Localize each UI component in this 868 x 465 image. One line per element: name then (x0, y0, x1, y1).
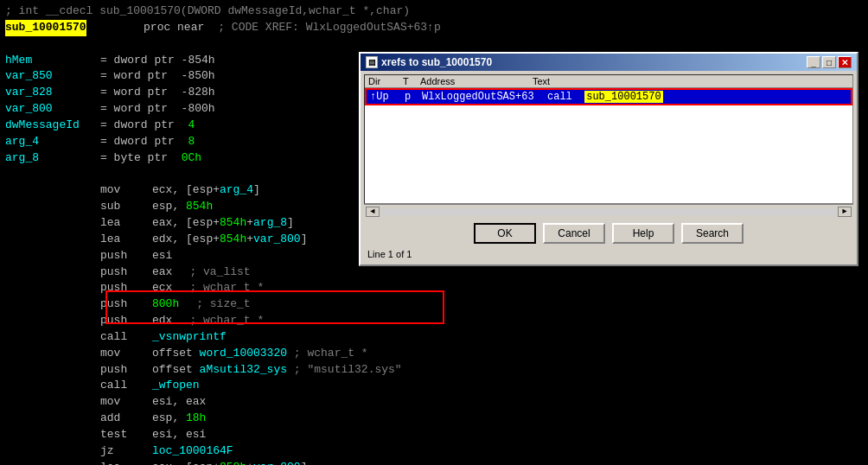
xref-cell-dir-0: ↑Up (370, 91, 405, 103)
instr-call-wfopen: call _wfopen (5, 378, 863, 394)
instr-mov-word: mov offset word_10003320 ; wchar_t * (5, 346, 863, 362)
local-def-arg4: = dword ptr 8 (100, 134, 195, 150)
col-header-address: Address (420, 76, 533, 86)
minimize-button[interactable]: _ (807, 56, 820, 68)
local-def-arg8: = byte ptr 0Ch (100, 150, 201, 167)
local-name-arg4: arg_4 (5, 134, 100, 150)
dialog-icon: ▤ (366, 56, 378, 68)
local-name-var800: var_800 (5, 101, 100, 118)
fn-proc: proc near (90, 20, 205, 36)
cancel-button[interactable]: Cancel (543, 223, 605, 244)
xref-cell-type-0: p (405, 91, 422, 103)
local-def-dwmsg: = dword ptr 4 (100, 118, 195, 134)
instr-push-800h: push 800h ; size_t (5, 296, 863, 313)
xref-cell-addr-0: WlxLoggedOutSAS+63 (422, 91, 547, 103)
scroll-left-btn[interactable]: ◄ (366, 207, 380, 217)
instr-args: ecx, [esp+arg_4] (152, 182, 260, 199)
fn-name: sub_10001570 (5, 20, 86, 36)
col-header-dir: Dir (368, 76, 403, 86)
xref-table-header: Dir T Address Text (365, 75, 852, 88)
xref-highlight-fn: sub_10001570 (584, 91, 662, 103)
dialog-title-area: ▤ xrefs to sub_10001570 (366, 56, 492, 68)
instr-lea-eax-858: lea eax, [esp+858h+var_800] (5, 460, 863, 465)
local-name-var850: var_850 (5, 68, 100, 85)
dialog-buttons-row: OK Cancel Help Search (364, 223, 853, 244)
dialog-title-text: xrefs to sub_10001570 (381, 56, 492, 68)
instr-op: mov (100, 182, 152, 199)
xref-hscrollbar[interactable]: ◄ ► (364, 204, 853, 218)
xref-row-0[interactable]: ↑Up p WlxLoggedOutSAS+63 call sub_100015… (365, 88, 852, 105)
local-name-dwmsg: dwMessageId (5, 118, 100, 134)
local-def-var828: = word ptr -828h (100, 85, 215, 101)
instr-test-esi: test esi, esi (5, 427, 863, 443)
xref-table: Dir T Address Text ↑Up p WlxLoggedOutSAS… (364, 74, 853, 204)
instr-mov-esi-eax: mov esi, eax (5, 394, 863, 411)
xref-dialog: ▤ xrefs to sub_10001570 _ □ ✕ Dir T Addr… (359, 52, 858, 266)
dialog-window-controls: _ □ ✕ (807, 56, 852, 68)
fn-xref: ; CODE XREF: WlxLoggedOutSAS+63↑p (218, 20, 440, 36)
local-def-var850: = word ptr -850h (100, 68, 215, 85)
ide-window: ; int __cdecl sub_10001570(DWORD dwMessa… (0, 0, 868, 465)
search-button[interactable]: Search (681, 223, 744, 244)
fn-header-line: sub_10001570 proc near ; CODE XREF: WlxL… (5, 20, 863, 36)
dialog-body: Dir T Address Text ↑Up p WlxLoggedOutSAS… (361, 71, 857, 264)
instr-push-edx: push edx ; wchar_t * (5, 313, 863, 329)
instr-add-esp-18h: add esp, 18h (5, 411, 863, 427)
col-header-text: Text (533, 76, 849, 86)
instr-push-eax: push eax ; va_list (5, 264, 863, 281)
blank-line-1 (5, 36, 863, 53)
instr-jz: jz loc_1000164F (5, 443, 863, 460)
xref-cell-text-0: call sub_10001570 (547, 91, 847, 103)
help-button[interactable]: Help (612, 223, 674, 244)
restore-button[interactable]: □ (822, 56, 836, 68)
xref-empty-area (365, 105, 852, 192)
comment-text: ; int __cdecl sub_10001570(DWORD dwMessa… (5, 3, 410, 20)
local-name-arg8: arg_8 (5, 150, 100, 167)
instr-push-msutil: push offset aMsutil32_sys ; "msutil32.sy… (5, 362, 863, 379)
local-def-hmem: = dword ptr -854h (100, 53, 215, 69)
local-name-var828: var_828 (5, 85, 100, 101)
col-header-type: T (403, 76, 420, 86)
code-line-comment: ; int __cdecl sub_10001570(DWORD dwMessa… (5, 3, 863, 20)
instr-push-ecx: push ecx ; wchar_t * (5, 280, 863, 296)
close-button[interactable]: ✕ (838, 56, 852, 68)
ok-button[interactable]: OK (474, 223, 536, 244)
scroll-track (381, 208, 836, 215)
local-name-hmem: hMem (5, 53, 100, 69)
dialog-status-line: Line 1 of 1 (364, 247, 853, 261)
dialog-titlebar: ▤ xrefs to sub_10001570 _ □ ✕ (361, 54, 857, 71)
local-def-var800: = word ptr -800h (100, 101, 215, 118)
scroll-right-btn[interactable]: ► (838, 207, 852, 217)
instr-call-vsnwprintf: call _vsnwprintf (5, 329, 863, 346)
